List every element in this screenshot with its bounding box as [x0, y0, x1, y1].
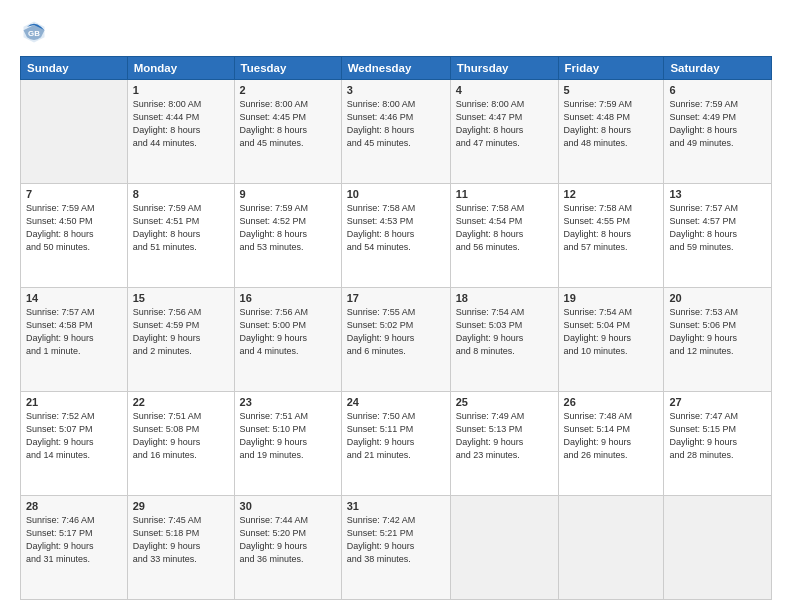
day-number: 20 — [669, 292, 766, 304]
calendar-cell — [450, 496, 558, 600]
day-number: 30 — [240, 500, 336, 512]
day-info: Sunrise: 7:48 AM Sunset: 5:14 PM Dayligh… — [564, 410, 659, 462]
header-cell-friday: Friday — [558, 57, 664, 80]
header-cell-monday: Monday — [127, 57, 234, 80]
calendar-cell: 7Sunrise: 7:59 AM Sunset: 4:50 PM Daylig… — [21, 184, 128, 288]
calendar-week-row: 1Sunrise: 8:00 AM Sunset: 4:44 PM Daylig… — [21, 80, 772, 184]
day-info: Sunrise: 7:52 AM Sunset: 5:07 PM Dayligh… — [26, 410, 122, 462]
calendar-cell: 20Sunrise: 7:53 AM Sunset: 5:06 PM Dayli… — [664, 288, 772, 392]
page: GB SundayMondayTuesdayWednesdayThursdayF… — [0, 0, 792, 612]
day-number: 6 — [669, 84, 766, 96]
day-number: 17 — [347, 292, 445, 304]
day-info: Sunrise: 7:59 AM Sunset: 4:49 PM Dayligh… — [669, 98, 766, 150]
day-number: 22 — [133, 396, 229, 408]
day-info: Sunrise: 7:51 AM Sunset: 5:08 PM Dayligh… — [133, 410, 229, 462]
calendar-cell: 24Sunrise: 7:50 AM Sunset: 5:11 PM Dayli… — [341, 392, 450, 496]
day-number: 18 — [456, 292, 553, 304]
day-info: Sunrise: 7:47 AM Sunset: 5:15 PM Dayligh… — [669, 410, 766, 462]
day-number: 9 — [240, 188, 336, 200]
svg-text:GB: GB — [28, 29, 40, 38]
day-info: Sunrise: 7:45 AM Sunset: 5:18 PM Dayligh… — [133, 514, 229, 566]
calendar-cell: 18Sunrise: 7:54 AM Sunset: 5:03 PM Dayli… — [450, 288, 558, 392]
calendar-cell: 17Sunrise: 7:55 AM Sunset: 5:02 PM Dayli… — [341, 288, 450, 392]
header-cell-sunday: Sunday — [21, 57, 128, 80]
day-info: Sunrise: 7:59 AM Sunset: 4:48 PM Dayligh… — [564, 98, 659, 150]
day-number: 25 — [456, 396, 553, 408]
header-cell-saturday: Saturday — [664, 57, 772, 80]
day-info: Sunrise: 8:00 AM Sunset: 4:47 PM Dayligh… — [456, 98, 553, 150]
calendar-cell — [21, 80, 128, 184]
calendar-cell: 28Sunrise: 7:46 AM Sunset: 5:17 PM Dayli… — [21, 496, 128, 600]
day-number: 5 — [564, 84, 659, 96]
calendar-cell: 16Sunrise: 7:56 AM Sunset: 5:00 PM Dayli… — [234, 288, 341, 392]
day-info: Sunrise: 7:56 AM Sunset: 5:00 PM Dayligh… — [240, 306, 336, 358]
day-number: 15 — [133, 292, 229, 304]
calendar-cell: 27Sunrise: 7:47 AM Sunset: 5:15 PM Dayli… — [664, 392, 772, 496]
calendar-cell: 9Sunrise: 7:59 AM Sunset: 4:52 PM Daylig… — [234, 184, 341, 288]
day-info: Sunrise: 7:53 AM Sunset: 5:06 PM Dayligh… — [669, 306, 766, 358]
calendar-header-row: SundayMondayTuesdayWednesdayThursdayFrid… — [21, 57, 772, 80]
calendar-header: SundayMondayTuesdayWednesdayThursdayFrid… — [21, 57, 772, 80]
calendar-cell: 2Sunrise: 8:00 AM Sunset: 4:45 PM Daylig… — [234, 80, 341, 184]
calendar-cell — [558, 496, 664, 600]
day-number: 28 — [26, 500, 122, 512]
day-number: 19 — [564, 292, 659, 304]
calendar-cell: 3Sunrise: 8:00 AM Sunset: 4:46 PM Daylig… — [341, 80, 450, 184]
calendar-week-row: 21Sunrise: 7:52 AM Sunset: 5:07 PM Dayli… — [21, 392, 772, 496]
calendar-week-row: 7Sunrise: 7:59 AM Sunset: 4:50 PM Daylig… — [21, 184, 772, 288]
calendar-cell: 26Sunrise: 7:48 AM Sunset: 5:14 PM Dayli… — [558, 392, 664, 496]
logo: GB — [20, 18, 52, 46]
calendar-cell — [664, 496, 772, 600]
day-number: 24 — [347, 396, 445, 408]
day-number: 2 — [240, 84, 336, 96]
day-info: Sunrise: 7:55 AM Sunset: 5:02 PM Dayligh… — [347, 306, 445, 358]
day-number: 29 — [133, 500, 229, 512]
calendar-cell: 5Sunrise: 7:59 AM Sunset: 4:48 PM Daylig… — [558, 80, 664, 184]
day-info: Sunrise: 7:59 AM Sunset: 4:51 PM Dayligh… — [133, 202, 229, 254]
day-number: 1 — [133, 84, 229, 96]
day-number: 8 — [133, 188, 229, 200]
day-info: Sunrise: 7:59 AM Sunset: 4:52 PM Dayligh… — [240, 202, 336, 254]
day-number: 10 — [347, 188, 445, 200]
day-info: Sunrise: 7:42 AM Sunset: 5:21 PM Dayligh… — [347, 514, 445, 566]
day-info: Sunrise: 7:44 AM Sunset: 5:20 PM Dayligh… — [240, 514, 336, 566]
day-number: 26 — [564, 396, 659, 408]
day-number: 11 — [456, 188, 553, 200]
day-number: 3 — [347, 84, 445, 96]
header-cell-thursday: Thursday — [450, 57, 558, 80]
day-number: 31 — [347, 500, 445, 512]
calendar-cell: 19Sunrise: 7:54 AM Sunset: 5:04 PM Dayli… — [558, 288, 664, 392]
calendar-table: SundayMondayTuesdayWednesdayThursdayFrid… — [20, 56, 772, 600]
header: GB — [20, 18, 772, 46]
day-number: 7 — [26, 188, 122, 200]
calendar-cell: 4Sunrise: 8:00 AM Sunset: 4:47 PM Daylig… — [450, 80, 558, 184]
header-cell-wednesday: Wednesday — [341, 57, 450, 80]
day-info: Sunrise: 7:59 AM Sunset: 4:50 PM Dayligh… — [26, 202, 122, 254]
calendar-cell: 11Sunrise: 7:58 AM Sunset: 4:54 PM Dayli… — [450, 184, 558, 288]
calendar-week-row: 28Sunrise: 7:46 AM Sunset: 5:17 PM Dayli… — [21, 496, 772, 600]
day-info: Sunrise: 7:56 AM Sunset: 4:59 PM Dayligh… — [133, 306, 229, 358]
calendar-cell: 10Sunrise: 7:58 AM Sunset: 4:53 PM Dayli… — [341, 184, 450, 288]
day-info: Sunrise: 7:58 AM Sunset: 4:55 PM Dayligh… — [564, 202, 659, 254]
header-cell-tuesday: Tuesday — [234, 57, 341, 80]
day-info: Sunrise: 7:54 AM Sunset: 5:03 PM Dayligh… — [456, 306, 553, 358]
day-number: 23 — [240, 396, 336, 408]
day-number: 13 — [669, 188, 766, 200]
day-info: Sunrise: 7:51 AM Sunset: 5:10 PM Dayligh… — [240, 410, 336, 462]
day-info: Sunrise: 7:57 AM Sunset: 4:57 PM Dayligh… — [669, 202, 766, 254]
day-info: Sunrise: 8:00 AM Sunset: 4:44 PM Dayligh… — [133, 98, 229, 150]
day-info: Sunrise: 8:00 AM Sunset: 4:45 PM Dayligh… — [240, 98, 336, 150]
calendar-cell: 25Sunrise: 7:49 AM Sunset: 5:13 PM Dayli… — [450, 392, 558, 496]
calendar-cell: 29Sunrise: 7:45 AM Sunset: 5:18 PM Dayli… — [127, 496, 234, 600]
calendar-body: 1Sunrise: 8:00 AM Sunset: 4:44 PM Daylig… — [21, 80, 772, 600]
calendar-cell: 21Sunrise: 7:52 AM Sunset: 5:07 PM Dayli… — [21, 392, 128, 496]
calendar-cell: 1Sunrise: 8:00 AM Sunset: 4:44 PM Daylig… — [127, 80, 234, 184]
calendar-week-row: 14Sunrise: 7:57 AM Sunset: 4:58 PM Dayli… — [21, 288, 772, 392]
day-number: 14 — [26, 292, 122, 304]
calendar-cell: 15Sunrise: 7:56 AM Sunset: 4:59 PM Dayli… — [127, 288, 234, 392]
logo-icon: GB — [20, 18, 48, 46]
calendar-cell: 12Sunrise: 7:58 AM Sunset: 4:55 PM Dayli… — [558, 184, 664, 288]
calendar-cell: 8Sunrise: 7:59 AM Sunset: 4:51 PM Daylig… — [127, 184, 234, 288]
day-number: 4 — [456, 84, 553, 96]
day-info: Sunrise: 8:00 AM Sunset: 4:46 PM Dayligh… — [347, 98, 445, 150]
